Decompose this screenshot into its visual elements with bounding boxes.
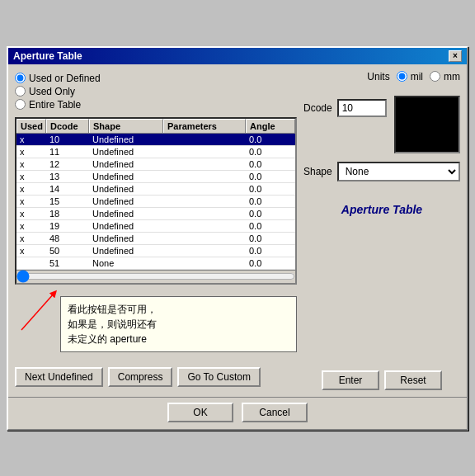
cell-dcode: 14 [46, 183, 89, 195]
table-row[interactable]: x 50 Undefined 0.0 [16, 245, 295, 257]
cell-shape: Undefined [89, 245, 163, 257]
cell-angle: 0.0 [246, 257, 295, 269]
cell-params [163, 146, 246, 158]
cell-angle: 0.0 [246, 233, 295, 244]
cell-dcode: 11 [46, 146, 89, 158]
col-parameters: Parameters [163, 119, 246, 133]
dcode-field-group: Dcode [303, 96, 387, 117]
shape-select[interactable]: NoneRoundOvalSquareRectangleOblongCustom [337, 162, 460, 181]
table-row[interactable]: x 19 Undefined 0.0 [16, 220, 295, 233]
table-row[interactable]: x 15 Undefined 0.0 [16, 196, 295, 208]
cell-params [163, 171, 246, 182]
aperture-table-dialog: Aperture Table × Used or Defined Used On… [7, 46, 468, 431]
cell-angle: 0.0 [246, 245, 295, 257]
table-header: Used Dcode Shape Parameters Angle [16, 119, 295, 134]
right-button-row: Enter Reset [303, 364, 460, 390]
table-row[interactable]: x 10 Undefined 0.0 [16, 134, 295, 146]
table-row[interactable]: x 14 Undefined 0.0 [16, 183, 295, 196]
reset-button[interactable]: Reset [384, 370, 442, 390]
cell-params [163, 158, 246, 170]
cell-params [163, 196, 246, 207]
cell-shape: None [89, 257, 163, 269]
hscroll-input[interactable] [16, 270, 295, 283]
units-mil[interactable]: mil [397, 71, 423, 82]
dcode-label: Dcode [303, 102, 332, 114]
table-row[interactable]: x 13 Undefined 0.0 [16, 171, 295, 183]
cell-used [16, 257, 46, 269]
cell-dcode: 48 [46, 233, 89, 244]
units-mm[interactable]: mm [430, 71, 460, 82]
go-to-custom-button[interactable]: Go To Custom [177, 367, 260, 387]
cell-shape: Undefined [89, 171, 163, 182]
cell-dcode: 19 [46, 220, 89, 232]
annotation-box: 看此按钮是否可用，如果是，则说明还有未定义的 aperture [60, 296, 297, 352]
dcode-preview-area: Dcode [303, 96, 460, 153]
filter-entire-table[interactable]: Entire Table [15, 99, 297, 111]
cell-dcode: 10 [46, 134, 89, 145]
cell-used: x [16, 171, 46, 182]
enter-button[interactable]: Enter [322, 370, 379, 390]
col-used: Used [16, 119, 46, 133]
cell-shape: Undefined [89, 233, 163, 244]
horizontal-scrollbar[interactable] [16, 270, 295, 283]
table-row[interactable]: x 18 Undefined 0.0 [16, 208, 295, 220]
filter-used-or-defined[interactable]: Used or Defined [15, 73, 297, 84]
ok-button[interactable]: OK [167, 403, 233, 422]
cell-angle: 0.0 [246, 146, 295, 158]
cell-shape: Undefined [89, 208, 163, 219]
compress-button[interactable]: Compress [108, 367, 173, 387]
ok-cancel-row: OK Cancel [8, 397, 467, 429]
cell-shape: Undefined [89, 146, 163, 158]
cell-dcode: 18 [46, 208, 89, 219]
cell-params [163, 183, 246, 195]
cell-used: x [16, 158, 46, 170]
cell-dcode: 12 [46, 158, 89, 170]
title-bar: Aperture Table × [8, 48, 467, 64]
cell-params [163, 134, 246, 145]
cell-params [163, 208, 246, 219]
cell-used: x [16, 233, 46, 244]
cancel-button[interactable]: Cancel [242, 403, 308, 422]
annotation-text: 看此按钮是否可用，如果是，则说明还有未定义的 aperture [68, 304, 157, 345]
cell-shape: Undefined [89, 183, 163, 195]
bottom-button-row: Next Undefined Compress Go To Custom [15, 364, 297, 390]
left-panel: Used or Defined Used Only Entire Table U… [15, 71, 297, 390]
cell-used: x [16, 183, 46, 195]
table-row[interactable]: x 48 Undefined 0.0 [16, 233, 295, 245]
cell-used: x [16, 245, 46, 257]
cell-shape: Undefined [89, 158, 163, 170]
cell-used: x [16, 220, 46, 232]
cell-shape: Undefined [89, 196, 163, 207]
next-undefined-button[interactable]: Next Undefined [15, 367, 103, 387]
cell-used: x [16, 196, 46, 207]
cell-angle: 0.0 [246, 196, 295, 207]
aperture-preview-box [394, 96, 460, 153]
cell-dcode: 15 [46, 196, 89, 207]
filter-used-only[interactable]: Used Only [15, 86, 297, 97]
cell-angle: 0.0 [246, 134, 295, 145]
table-row[interactable]: x 11 Undefined 0.0 [16, 146, 295, 158]
close-button[interactable]: × [449, 50, 462, 62]
col-angle: Angle [246, 119, 295, 133]
shape-row: Shape NoneRoundOvalSquareRectangleOblong… [303, 162, 460, 181]
cell-angle: 0.0 [246, 183, 295, 195]
cell-angle: 0.0 [246, 158, 295, 170]
filter-radio-group: Used or Defined Used Only Entire Table [15, 71, 297, 112]
annotation-area: 看此按钮是否可用，如果是，则说明还有未定义的 aperture [15, 293, 297, 356]
table-row[interactable]: x 12 Undefined 0.0 [16, 158, 295, 171]
cell-angle: 0.0 [246, 208, 295, 219]
dcode-input[interactable] [337, 99, 387, 117]
right-panel: Units mil mm Dcode [303, 71, 460, 390]
aperture-table-container: Used Dcode Shape Parameters Angle x 10 U… [15, 117, 297, 285]
cell-angle: 0.0 [246, 171, 295, 182]
col-shape: Shape [89, 119, 163, 133]
cell-used: x [16, 208, 46, 219]
table-body[interactable]: x 10 Undefined 0.0 x 11 Undefined 0.0 x … [16, 134, 295, 270]
col-dcode: Dcode [46, 119, 89, 133]
cell-used: x [16, 134, 46, 145]
table-row[interactable]: 51 None 0.0 [16, 257, 295, 270]
aperture-table-title: Aperture Table [303, 203, 460, 216]
annotation-arrow-svg [13, 285, 63, 334]
cell-shape: Undefined [89, 134, 163, 145]
svg-line-0 [21, 293, 54, 330]
